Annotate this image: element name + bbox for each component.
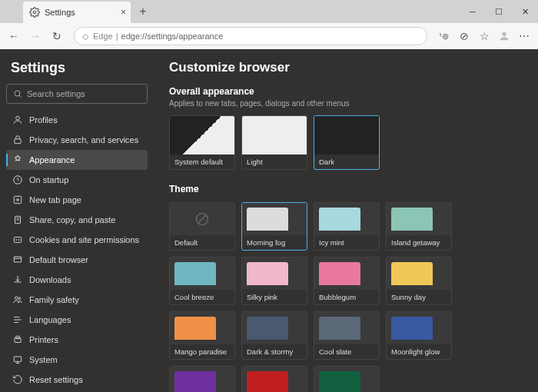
tab-title: Settings xyxy=(45,8,75,17)
search-input[interactable]: Search settings xyxy=(6,84,148,104)
theme-option-label: Morning fog xyxy=(242,235,307,250)
forward-button[interactable]: → xyxy=(26,27,45,45)
nav-label: Privacy, search, and services xyxy=(29,135,138,145)
no-theme-icon xyxy=(194,211,210,227)
minimize-button[interactable]: ─ xyxy=(460,0,486,23)
browser-tab[interactable]: Settings × xyxy=(23,2,131,23)
sidebar-item-privacy-search-and-services[interactable]: Privacy, search, and services xyxy=(6,130,148,150)
appearance-option-dark[interactable]: Dark xyxy=(314,115,380,170)
appearance-option-system-default[interactable]: System default xyxy=(169,115,235,170)
menu-icon[interactable]: ⋯ xyxy=(515,27,533,45)
theme-option-label: Dark & stormy xyxy=(242,344,307,359)
svg-point-12 xyxy=(15,297,18,300)
nav-icon xyxy=(12,254,23,265)
theme-option-cool-breeze[interactable]: Cool breeze xyxy=(169,257,235,305)
sidebar-title: Settings xyxy=(6,60,148,76)
svg-point-3 xyxy=(16,116,20,120)
maximize-button[interactable]: ☐ xyxy=(486,0,512,23)
svg-rect-8 xyxy=(14,238,21,243)
back-button[interactable]: ← xyxy=(5,27,23,45)
sync-icon[interactable]: ⊘ xyxy=(455,27,473,45)
nav-icon xyxy=(12,234,23,245)
theme-option-default[interactable]: Default xyxy=(169,202,235,251)
refresh-button[interactable]: ↻ xyxy=(48,27,66,45)
search-placeholder: Search settings xyxy=(27,89,85,98)
nav-icon xyxy=(12,174,23,185)
appearance-option-label: Dark xyxy=(314,154,379,169)
nav-icon xyxy=(12,294,23,305)
sidebar-item-default-browser[interactable]: Default browser xyxy=(6,250,148,270)
nav-label: On startup xyxy=(29,175,68,184)
search-icon xyxy=(13,89,22,98)
theme-option-mystical-forest[interactable]: Mystical forest xyxy=(314,366,380,392)
page-title: Customize browser xyxy=(169,60,523,75)
sidebar-item-cookies-and-site-permissions[interactable]: Cookies and site permissions xyxy=(6,230,148,250)
nav-icon xyxy=(12,274,23,285)
main-content: Customize browser Overall appearance App… xyxy=(154,49,538,392)
theme-option-label: Cool breeze xyxy=(170,290,234,304)
nav-icon xyxy=(12,334,23,345)
settings-icon xyxy=(29,7,40,18)
sidebar: Settings Search settings ProfilesPrivacy… xyxy=(0,49,154,392)
theme-option-label: Bubblegum xyxy=(314,290,379,304)
address-url: edge://settings/appearance xyxy=(121,32,224,41)
theme-option-bubblegum[interactable]: Bubblegum xyxy=(314,257,380,305)
sidebar-item-reset-settings[interactable]: Reset settings xyxy=(6,370,148,390)
theme-option-label: Sunny day xyxy=(387,290,451,304)
nav-label: Default browser xyxy=(29,255,88,264)
nav-icon xyxy=(12,194,23,205)
sidebar-item-profiles[interactable]: Profiles xyxy=(6,110,148,130)
theme-label: Theme xyxy=(169,184,523,194)
theme-option-cool-slate[interactable]: Cool slate xyxy=(314,311,380,360)
sidebar-item-appearance[interactable]: Appearance xyxy=(6,150,148,170)
nav-label: System xyxy=(29,355,58,364)
sidebar-item-share-copy-and-paste[interactable]: Share, copy, and paste xyxy=(6,210,148,230)
sidebar-item-family-safety[interactable]: Family safety xyxy=(6,290,148,310)
theme-option-moonlight-glow[interactable]: Moonlight glow xyxy=(386,311,452,360)
theme-option-label: Moonlight glow xyxy=(387,344,451,359)
favorites-icon[interactable]: ☆ xyxy=(475,27,493,45)
sidebar-item-system[interactable]: System xyxy=(6,350,148,370)
theme-option-juicy-plum[interactable]: Juicy plum xyxy=(169,366,235,392)
nav-label: Family safety xyxy=(29,295,79,304)
nav-icon xyxy=(12,214,23,225)
theme-option-island-getaway[interactable]: Island getaway xyxy=(386,202,452,251)
theme-option-spicy-red[interactable]: Spicy red xyxy=(241,366,307,392)
svg-point-10 xyxy=(18,239,19,240)
theme-option-label: Mango paradise xyxy=(170,344,234,359)
theme-option-label: Default xyxy=(170,235,234,250)
theme-option-dark-stormy[interactable]: Dark & stormy xyxy=(241,311,307,360)
sidebar-item-printers[interactable]: Printers xyxy=(6,330,148,350)
nav-label: Languages xyxy=(29,315,71,324)
nav-label: Printers xyxy=(29,335,58,344)
titlebar: Settings × + ─ ☐ ✕ xyxy=(0,0,538,23)
new-tab-button[interactable]: + xyxy=(134,2,152,21)
sidebar-item-downloads[interactable]: Downloads xyxy=(6,270,148,290)
sidebar-item-new-tab-page[interactable]: New tab page xyxy=(6,190,148,210)
address-bar[interactable]: ◇ Edge | edge://settings/appearance xyxy=(74,27,427,45)
nav-icon xyxy=(12,115,23,125)
theme-option-silky-pink[interactable]: Silky pink xyxy=(241,257,307,305)
profile-icon[interactable] xyxy=(495,27,513,45)
theme-option-label: Island getaway xyxy=(387,235,451,250)
nav-label: Cookies and site permissions xyxy=(29,235,139,244)
read-aloud-icon[interactable]: ᵗ⊚ xyxy=(435,27,453,45)
svg-point-0 xyxy=(33,11,36,14)
svg-rect-15 xyxy=(16,336,20,339)
theme-option-label: Icy mint xyxy=(314,235,379,250)
sidebar-item-on-startup[interactable]: On startup xyxy=(6,170,148,190)
svg-point-2 xyxy=(15,91,20,96)
theme-option-icy-mint[interactable]: Icy mint xyxy=(314,202,380,251)
appearance-sub: Applies to new tabs, pages, dialogs and … xyxy=(169,99,523,108)
svg-rect-16 xyxy=(14,357,21,361)
theme-option-morning-fog[interactable]: Morning fog xyxy=(241,202,307,251)
theme-option-sunny-day[interactable]: Sunny day xyxy=(386,257,452,305)
site-info-icon: ◇ xyxy=(82,32,88,42)
appearance-option-light[interactable]: Light xyxy=(241,115,307,170)
close-icon[interactable]: × xyxy=(121,7,126,18)
close-window-button[interactable]: ✕ xyxy=(512,0,538,23)
sidebar-item-languages[interactable]: Languages xyxy=(6,310,148,330)
svg-point-9 xyxy=(16,239,17,240)
theme-option-mango-paradise[interactable]: Mango paradise xyxy=(169,311,235,360)
appearance-label: Overall appearance xyxy=(169,86,523,97)
